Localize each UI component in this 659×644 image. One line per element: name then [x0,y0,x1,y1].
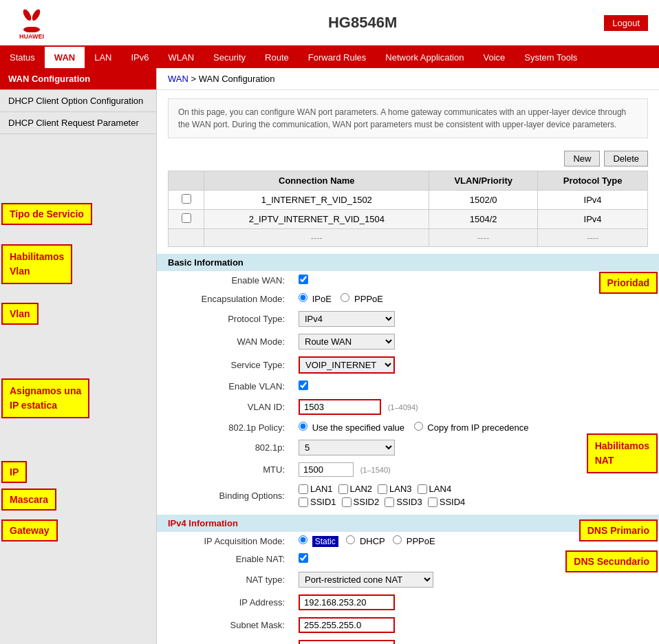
nav-voice[interactable]: Voice [473,47,515,68]
table-actions: New Delete [157,147,659,171]
sidebar: WAN Configuration DHCP Client Option Con… [0,68,157,644]
lan3-checkbox[interactable] [378,484,387,494]
svg-text:HUAWEI: HUAWEI [19,33,44,40]
lan1-label: LAN1 [299,484,333,494]
sidebar-item-dhcp-request[interactable]: DHCP Client Request Parameter [0,112,156,134]
binding-label: Binding Options: [168,480,292,511]
svg-point-3 [23,27,36,32]
encap-ipoe-radio[interactable] [299,293,307,302]
encap-label: Encapsulation Mode: [168,290,292,308]
gateway-label: Default Gateway: [168,636,292,644]
policy-copy-radio[interactable] [414,422,423,431]
ssid2-checkbox[interactable] [342,497,352,507]
enable-wan-checkbox[interactable] [299,275,308,284]
nav-wan[interactable]: WAN [45,47,85,68]
binding-lan-group: LAN1 LAN2 LAN3 LAN4 [299,484,641,494]
gateway-input[interactable] [299,640,395,644]
breadcrumb-page: WAN Configuration [199,74,275,84]
dhcp-radio[interactable] [346,535,355,544]
policy-802-row: 802.1p: 5 0 1 2 3 4 6 7 [168,436,648,459]
ssid3-label: SSID3 [385,497,422,507]
encap-row: Encapsulation Mode: IPoE PPPoE [168,290,648,308]
breadcrumb-wan[interactable]: WAN [168,74,188,84]
logout-button[interactable]: Logout [604,15,648,31]
policy-specified-label: Use the specified value [299,422,407,433]
new-button[interactable]: New [564,151,600,167]
ipv4-info-form: IP Acquisition Mode: Static DHCP PPPo [168,532,648,644]
nav-wlan[interactable]: WLAN [159,47,204,68]
row2-name: 2_IPTV_INTERNET_R_VID_1504 [204,210,429,229]
nav-status[interactable]: Status [0,47,45,68]
empty-protocol: ---- [538,229,648,247]
subnet-label: Subnet Mask: [168,614,292,636]
mtu-input[interactable] [299,462,354,477]
col-connection-name: Connection Name [204,171,429,191]
logo-area: HUAWEI [11,6,121,40]
nav-security[interactable]: Security [204,47,255,68]
pppoe-label: PPPoE [393,536,435,546]
policy-specified-radio[interactable] [299,422,307,431]
delete-button[interactable]: Delete [604,151,648,167]
enable-wan-label: Enable WAN: [168,271,292,290]
enable-nat-checkbox[interactable] [299,553,308,563]
pppoe-radio[interactable] [393,535,402,544]
annotation-habilitamos-vlan: HabilitamosVlan [1,244,72,284]
enable-wan-row: Enable WAN: [168,271,648,290]
nav-route[interactable]: Route [255,47,299,68]
annotation-dns-secundario: DNS Secundario [565,550,658,572]
subnet-input[interactable] [299,617,395,633]
lan1-checkbox[interactable] [299,484,308,494]
row2-vlan: 1504/2 [429,210,538,229]
nat-type-select[interactable]: Port-restricted cone NAT Full cone NAT A… [299,572,433,588]
policy-row: 802.1p Policy: Use the specified value C… [168,418,648,436]
sidebar-item-dhcp-option[interactable]: DHCP Client Option Configuration [0,90,156,112]
encap-pppoe-radio[interactable] [341,293,349,302]
enable-nat-label: Enable NAT: [168,550,292,568]
nav-forward-rules[interactable]: Forward Rules [299,47,376,68]
basic-info-title: Basic Information [157,254,659,271]
ssid1-label: SSID1 [299,497,336,507]
table-row: 2_IPTV_INTERNET_R_VID_1504 1504/2 IPv4 [169,210,648,229]
policy-802-select[interactable]: 5 0 1 2 3 4 6 7 [299,440,395,455]
sidebar-item-wan-config[interactable]: WAN Configuration [0,68,156,90]
annotation-tipo-servicio: Tipo de Servicio [1,203,92,225]
vlan-id-input[interactable] [299,399,381,415]
svg-point-5 [22,8,33,22]
main-nav: Status WAN LAN IPv6 WLAN Security Route … [0,47,659,68]
static-radio[interactable] [299,535,307,544]
ssid2-label: SSID2 [342,497,380,507]
encap-pppoe-label: PPPoE [341,294,383,304]
wan-mode-row: WAN Mode: Route WAN Bridge WAN [168,330,648,353]
nav-ipv6[interactable]: IPv6 [122,47,159,68]
nav-network-application[interactable]: Network Application [376,47,473,68]
encap-ipoe-label: IPoE [299,294,334,304]
protocol-type-select[interactable]: IPv4 IPv6 IPv4/IPv6 [299,311,395,327]
binding-ssid-group: SSID1 SSID2 SSID3 SSID4 [299,497,641,507]
enable-vlan-checkbox[interactable] [299,380,308,390]
ssid3-checkbox[interactable] [385,497,394,507]
lan2-checkbox[interactable] [338,484,348,494]
wan-mode-label: WAN Mode: [168,330,292,353]
row2-checkbox[interactable] [182,213,191,223]
wan-mode-select[interactable]: Route WAN Bridge WAN [299,334,395,350]
mtu-label: MTU: [168,459,292,480]
lan2-label: LAN2 [338,484,373,494]
row1-checkbox[interactable] [182,194,191,204]
device-name: HG8546M [121,14,604,32]
col-vlan-priority: VLAN/Priority [429,171,538,191]
dhcp-label: DHCP [346,536,387,546]
ip-address-input[interactable] [299,594,395,610]
ssid1-checkbox[interactable] [299,497,308,507]
ssid4-checkbox[interactable] [428,497,437,507]
vlan-id-label: VLAN ID: [168,396,292,418]
ip-acquisition-label: IP Acquisition Mode: [168,532,292,550]
annotation-asignamos-ip: Asignamos unaIP estatica [1,378,89,418]
nav-lan[interactable]: LAN [85,47,121,68]
row2-protocol: IPv4 [538,210,648,229]
table-row: 1_INTERNET_R_VID_1502 1502/0 IPv4 [169,191,648,210]
gateway-row: Default Gateway: [168,636,648,644]
lan4-checkbox[interactable] [418,484,427,494]
annotation-habilitamos-nat: HabilitamosNAT [587,433,658,473]
service-type-select[interactable]: VOIP_INTERNET INTERNET VOIP TR069 OTHER [299,356,395,374]
nav-system-tools[interactable]: System Tools [515,47,587,68]
